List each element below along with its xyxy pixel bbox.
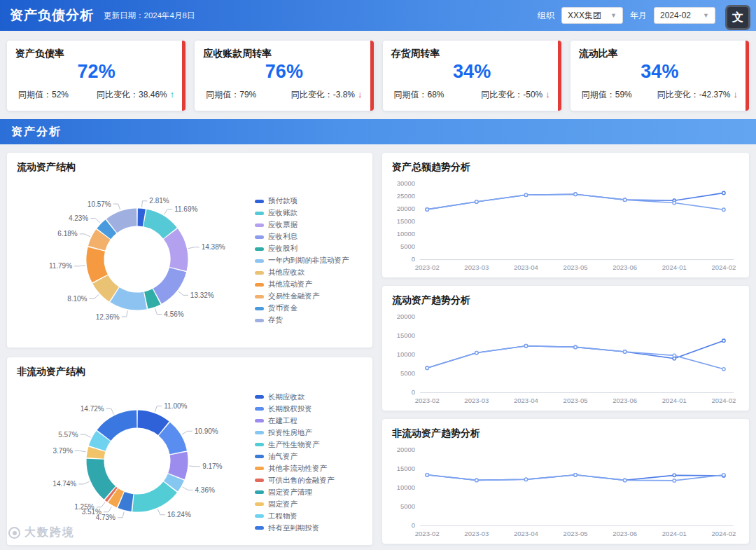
donut-slice[interactable] <box>95 449 97 458</box>
legend-item[interactable]: 其他流动资产 <box>255 280 363 289</box>
label-leader-line <box>97 502 106 507</box>
data-point[interactable] <box>673 479 676 482</box>
legend-item[interactable]: 持有至到期投资 <box>255 523 363 533</box>
legend-item[interactable]: 固定资产 <box>255 500 363 509</box>
donut-slice[interactable] <box>112 217 137 226</box>
data-point[interactable] <box>623 198 626 201</box>
legend-item[interactable]: 存货 <box>255 315 363 325</box>
legend-item[interactable]: 其他非流动性资产 <box>255 464 363 474</box>
legend-label: 一年内到期的非流动资产 <box>268 256 349 266</box>
donut-slice[interactable] <box>158 270 178 296</box>
label-leader-line <box>158 509 165 514</box>
label-leader-line <box>106 408 114 414</box>
legend-item[interactable]: 应收账款 <box>255 208 363 218</box>
legend-item[interactable]: 油气资产 <box>255 452 363 462</box>
donut-slice[interactable] <box>133 487 170 503</box>
label-leader-line <box>122 310 128 317</box>
data-point[interactable] <box>475 351 478 354</box>
data-point[interactable] <box>673 354 676 357</box>
x-tick-label: 2023-05 <box>564 397 588 404</box>
legend-item[interactable]: 应收股利 <box>255 244 363 254</box>
data-point[interactable] <box>426 208 428 211</box>
donut-slice[interactable] <box>97 235 103 249</box>
data-point[interactable] <box>673 474 676 476</box>
donut-slice[interactable] <box>138 419 164 428</box>
legend-item[interactable]: 可供出售的金融资产 <box>255 476 363 486</box>
x-tick-label: 2023-06 <box>612 530 637 537</box>
slice-percent-label: 6.18% <box>57 230 77 238</box>
kpi-title: 存货周转率 <box>391 48 553 60</box>
donut-slice[interactable] <box>104 419 137 435</box>
donut-slice[interactable] <box>164 429 178 452</box>
data-point[interactable] <box>623 479 626 481</box>
data-point[interactable] <box>722 208 725 211</box>
donut-slice[interactable] <box>95 459 110 493</box>
data-point[interactable] <box>722 474 725 476</box>
translate-button[interactable]: 文 <box>725 5 750 30</box>
donut-slice[interactable] <box>113 495 120 500</box>
data-point[interactable] <box>722 368 725 371</box>
data-point[interactable] <box>426 366 428 369</box>
section-title: 资产分析 <box>11 125 62 139</box>
data-point[interactable] <box>574 345 577 348</box>
data-point[interactable] <box>574 193 577 195</box>
legend-item[interactable]: 在建工程 <box>255 416 363 426</box>
data-point[interactable] <box>524 193 527 196</box>
donut-slice[interactable] <box>104 226 111 233</box>
donut-slice[interactable] <box>95 249 100 279</box>
legend-item[interactable]: 预付款项 <box>255 196 363 206</box>
x-tick-label: 2023-02 <box>415 263 440 271</box>
data-point[interactable] <box>722 191 725 194</box>
chart-card-current-asset-structure: 流动资产结构 2.81%11.69%14.38%13.32%4.56%12.36… <box>7 153 372 348</box>
change-value: -42.37% <box>699 90 731 99</box>
legend-item[interactable]: 长期股权投资 <box>255 404 363 414</box>
donut-slice[interactable] <box>111 493 113 495</box>
slice-percent-label: 11.79% <box>49 262 72 270</box>
legend-item[interactable]: 交易性金融资产 <box>255 291 363 301</box>
donut-slice[interactable] <box>100 280 113 294</box>
data-point[interactable] <box>524 345 527 348</box>
slice-percent-label: 11.69% <box>174 205 197 213</box>
label-leader-line <box>118 511 124 518</box>
donut-slice[interactable] <box>176 453 179 476</box>
data-point[interactable] <box>574 474 577 476</box>
legend-label: 投资性房地产 <box>268 428 312 438</box>
legend-item[interactable]: 生产性生物资产 <box>255 440 363 450</box>
slice-percent-label: 8.10% <box>67 295 87 303</box>
donut-slice[interactable] <box>146 296 157 300</box>
donut-slice[interactable] <box>97 436 104 448</box>
legend-item[interactable]: 货币资金 <box>255 303 363 313</box>
donut-slice[interactable] <box>121 500 132 502</box>
legend-item[interactable]: 一年内到期的非流动资产 <box>255 256 363 266</box>
legend-marker-icon <box>255 200 264 203</box>
legend-item[interactable]: 固定资产清理 <box>255 488 363 497</box>
data-point[interactable] <box>623 350 626 353</box>
donut-slice[interactable] <box>115 295 145 301</box>
data-point[interactable] <box>426 474 428 476</box>
donut-slice[interactable] <box>138 217 144 218</box>
donut-slice[interactable] <box>171 477 176 486</box>
org-select[interactable]: XXX集团 ▼ <box>561 7 623 24</box>
data-point[interactable] <box>475 200 478 203</box>
legend-item[interactable]: 其他应收款 <box>255 268 363 277</box>
legend-item[interactable]: 工程物资 <box>255 511 363 521</box>
data-point[interactable] <box>524 478 527 481</box>
data-point[interactable] <box>673 201 676 204</box>
legend-item[interactable]: 投资性房地产 <box>255 428 363 438</box>
donut-slice[interactable] <box>145 218 170 233</box>
slice-percent-label: 14.74% <box>52 480 76 488</box>
kpi-card-inventory-turnover: 存货周转率 34% 同期值：68% 同比变化：-50%↓ <box>383 41 561 111</box>
trend-arrow-icon: ↓ <box>734 89 738 99</box>
legend-item[interactable]: 长期应收款 <box>255 392 363 402</box>
donut-slice[interactable] <box>171 234 179 269</box>
month-select[interactable]: 2024-02 ▼ <box>654 7 715 24</box>
chart-card-current-assets-trend: 流动资产趋势分析 050001000015000200002023-022023… <box>382 286 749 411</box>
x-tick-label: 2023-04 <box>514 263 539 271</box>
legend-item[interactable]: 应收票据 <box>255 220 363 230</box>
data-point[interactable] <box>722 339 725 342</box>
legend-marker-icon <box>255 431 264 434</box>
kpi-title: 流动比率 <box>579 48 741 60</box>
x-tick-label: 2023-06 <box>612 263 637 271</box>
legend-item[interactable]: 应收利息 <box>255 232 363 242</box>
data-point[interactable] <box>475 479 478 481</box>
